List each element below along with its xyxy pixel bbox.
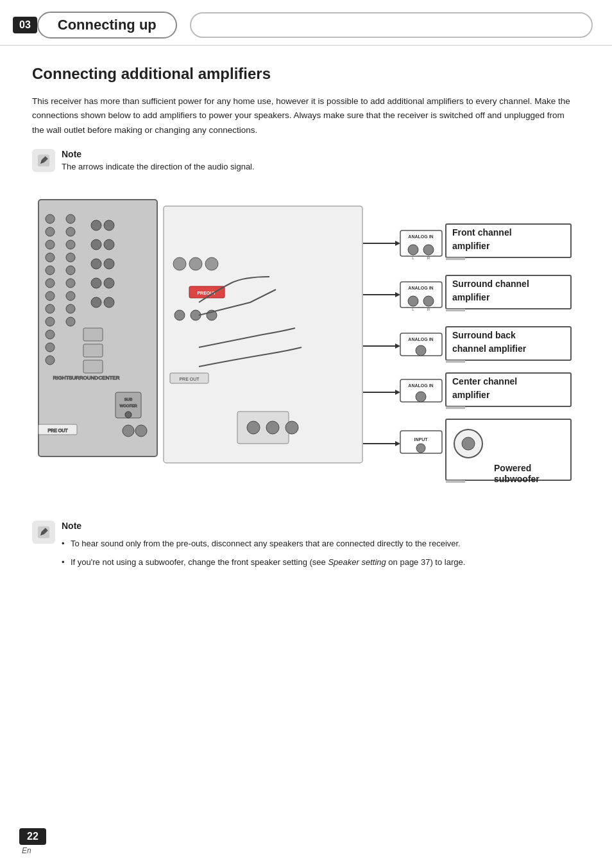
page-number: 22: [19, 828, 46, 845]
svg-text:PRE OUT: PRE OUT: [47, 428, 68, 433]
svg-text:subwoofer: subwoofer: [494, 474, 540, 484]
pencil-icon-2: [37, 525, 51, 539]
svg-point-13: [46, 356, 55, 365]
svg-rect-36: [115, 392, 141, 418]
svg-text:amplifier: amplifier: [452, 390, 490, 400]
svg-point-45: [123, 425, 134, 437]
svg-point-61: [285, 421, 298, 434]
svg-point-52: [173, 257, 186, 270]
svg-rect-58: [237, 412, 289, 444]
svg-rect-100: [446, 309, 465, 311]
svg-point-7: [46, 279, 55, 288]
svg-text:ANALOG IN: ANALOG IN: [408, 286, 433, 290]
svg-point-19: [66, 279, 75, 288]
svg-text:RIGHT: RIGHT: [53, 375, 69, 381]
svg-point-17: [66, 253, 75, 262]
note-box-2: Note To hear sound only from the pre-out…: [32, 521, 580, 575]
svg-text:Surround channel: Surround channel: [452, 279, 529, 289]
svg-point-4: [46, 240, 55, 249]
svg-point-59: [247, 421, 260, 434]
svg-point-32: [104, 297, 114, 308]
svg-point-24: [104, 220, 114, 230]
language-label: En: [22, 846, 31, 855]
svg-point-3: [46, 227, 55, 236]
svg-point-30: [104, 278, 114, 288]
svg-text:PRE OUT: PRE OUT: [179, 377, 200, 381]
svg-rect-108: [446, 406, 465, 409]
svg-point-89: [416, 392, 426, 402]
svg-point-111: [462, 437, 475, 450]
svg-rect-114: [446, 480, 465, 483]
svg-rect-47: [164, 206, 362, 463]
svg-point-20: [66, 291, 75, 300]
svg-point-14: [66, 214, 75, 223]
svg-rect-97: [446, 275, 571, 309]
svg-text:L: L: [412, 256, 414, 260]
page-header: 03 Connecting up: [0, 0, 612, 46]
svg-rect-101: [446, 327, 571, 360]
svg-text:R: R: [427, 256, 430, 260]
svg-text:R: R: [427, 308, 430, 311]
svg-point-86: [416, 345, 426, 356]
svg-text:ANALOG IN: ANALOG IN: [408, 234, 433, 239]
section-title: Connecting additional amplifiers: [32, 65, 580, 83]
note-box-1: Note The arrows indicate the direction o…: [32, 149, 580, 173]
svg-point-56: [191, 310, 201, 320]
svg-point-81: [423, 296, 434, 306]
svg-point-39: [125, 412, 132, 418]
svg-point-26: [104, 239, 114, 250]
svg-point-15: [66, 227, 75, 236]
svg-point-31: [91, 297, 101, 308]
svg-point-53: [189, 257, 202, 270]
note-bullet-1: To hear sound only from the pre-outs, di…: [71, 537, 465, 551]
svg-point-55: [174, 310, 185, 320]
svg-point-54: [205, 257, 218, 270]
svg-rect-48: [170, 373, 208, 383]
svg-text:ANALOG IN: ANALOG IN: [408, 337, 433, 342]
svg-marker-67: [395, 343, 400, 349]
svg-marker-63: [395, 241, 400, 246]
note-content-2: Note To hear sound only from the pre-out…: [62, 521, 465, 575]
svg-point-57: [207, 310, 217, 320]
svg-rect-109: [446, 419, 571, 480]
diagram-area: RIGHT SURROUND CENTER SUB WOOFER PRE OUT: [32, 187, 580, 501]
svg-text:WOOFER: WOOFER: [120, 404, 138, 408]
svg-point-60: [266, 421, 279, 434]
svg-text:amplifier: amplifier: [452, 292, 490, 302]
svg-point-5: [46, 253, 55, 262]
svg-text:channel amplifier: channel amplifier: [452, 343, 527, 354]
note-icon-2: [32, 521, 55, 544]
svg-point-10: [46, 317, 55, 326]
svg-text:Front channel: Front channel: [452, 227, 512, 238]
svg-marker-65: [395, 292, 400, 297]
page-title: Connecting up: [58, 17, 157, 33]
note-text-1: The arrows indicate the direction of the…: [62, 161, 255, 173]
svg-point-2: [46, 214, 55, 223]
diagram-svg: RIGHT SURROUND CENTER SUB WOOFER PRE OUT: [32, 187, 580, 501]
svg-point-11: [46, 330, 55, 339]
svg-point-25: [91, 239, 101, 250]
svg-point-16: [66, 240, 75, 249]
svg-text:ANALOG IN: ANALOG IN: [408, 383, 433, 388]
svg-point-23: [91, 220, 101, 230]
svg-point-75: [423, 245, 434, 255]
italic-phrase: Speaker setting: [328, 557, 386, 567]
svg-marker-71: [395, 441, 400, 446]
svg-rect-78: [400, 282, 442, 308]
note-label-2: Note: [62, 521, 465, 531]
svg-rect-96: [446, 257, 465, 260]
svg-text:INPUT: INPUT: [414, 437, 429, 442]
svg-text:Powered: Powered: [494, 463, 531, 473]
svg-rect-90: [400, 431, 442, 453]
intro-paragraph: This receiver has more than sufficient p…: [32, 94, 577, 137]
svg-point-8: [46, 291, 55, 300]
svg-text:CENTER: CENTER: [99, 375, 120, 381]
svg-text:amplifier: amplifier: [452, 241, 490, 251]
svg-rect-40: [38, 424, 77, 435]
svg-rect-72: [400, 230, 442, 256]
svg-point-12: [46, 343, 55, 352]
svg-rect-93: [446, 224, 571, 257]
svg-rect-84: [400, 333, 442, 356]
svg-point-18: [66, 266, 75, 275]
bottom-notes: To hear sound only from the pre-outs, di…: [62, 537, 465, 569]
